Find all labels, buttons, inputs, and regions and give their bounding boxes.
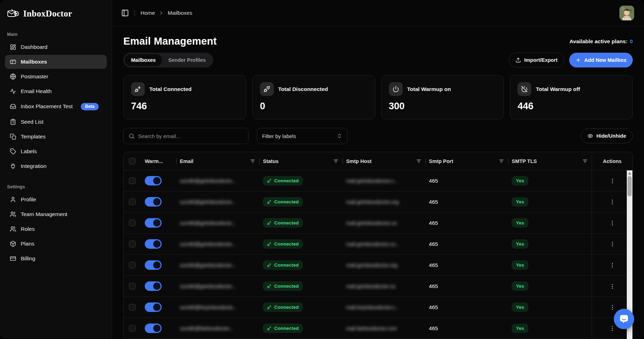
- copy-icon: [10, 133, 16, 140]
- tls-text: Yes: [516, 241, 524, 247]
- sidebar-item-label: Plans: [21, 241, 34, 247]
- table-row: sumith@heyinboxdocto... Connected mail.h…: [124, 297, 632, 318]
- sidebar-item-plans[interactable]: Plans: [5, 237, 107, 251]
- user-avatar[interactable]: [619, 6, 634, 20]
- tls-badge: Yes: [512, 302, 528, 312]
- row-checkbox[interactable]: [129, 241, 136, 247]
- sidebar-item-postmaster[interactable]: Postmaster: [5, 70, 107, 84]
- user-icon: [10, 196, 16, 203]
- nav-section-main: Main: [0, 22, 112, 40]
- row-checkbox[interactable]: [129, 198, 136, 205]
- row-checkbox[interactable]: [129, 325, 136, 332]
- row-actions-kebab-icon[interactable]: [609, 241, 616, 247]
- sidebar-item-dashboard[interactable]: Dashboard: [5, 40, 107, 54]
- sidebar-item-billing[interactable]: Billing: [5, 252, 107, 266]
- column-header-warmup: Warm...: [145, 158, 163, 164]
- sidebar-item-labels[interactable]: Labels: [5, 144, 107, 158]
- warmup-toggle[interactable]: [145, 239, 162, 249]
- smtp-host-value: mail.getinboxdoctor.us: [346, 220, 397, 226]
- sidebar-item-email-health[interactable]: Email Health: [5, 84, 107, 98]
- email-value: sumith@heyinboxdocto...: [180, 305, 237, 310]
- plug-zap-icon: [267, 284, 272, 288]
- hide-unhide-button[interactable]: Hide/Unhide: [581, 129, 633, 143]
- stat-card-total-warmup-off: Total Warmup off 446: [510, 75, 633, 119]
- search-input[interactable]: [138, 133, 243, 139]
- tab-mailboxes[interactable]: Mailboxes: [125, 54, 162, 66]
- row-checkbox[interactable]: [129, 283, 136, 289]
- smtp-host-value: mail.getinboxdoctor.c...: [346, 178, 398, 184]
- add-new-mailbox-button[interactable]: Add New Mailbox: [569, 53, 633, 67]
- smtp-port-value: 465: [429, 178, 438, 184]
- row-actions-kebab-icon[interactable]: [609, 262, 616, 268]
- row-actions-kebab-icon[interactable]: [609, 220, 616, 226]
- row-actions-kebab-icon[interactable]: [609, 325, 616, 332]
- stat-value: 746: [131, 101, 239, 112]
- filter-icon[interactable]: [333, 158, 339, 164]
- warmup-toggle[interactable]: [145, 176, 162, 185]
- row-checkbox[interactable]: [129, 262, 136, 268]
- chat-widget-button[interactable]: [614, 309, 634, 329]
- status-text: Connected: [274, 283, 299, 289]
- column-header-smtp-port: Smtp Port: [429, 158, 453, 164]
- warmup-toggle[interactable]: [145, 302, 162, 312]
- row-actions-kebab-icon[interactable]: [609, 304, 616, 311]
- stat-label: Total Disconnected: [278, 86, 328, 92]
- tls-text: Yes: [516, 220, 524, 226]
- chat-bubble-icon: [619, 314, 629, 324]
- row-checkbox[interactable]: [129, 304, 136, 311]
- status-text: Connected: [274, 305, 299, 310]
- sidebar-item-roles[interactable]: Roles: [5, 222, 107, 236]
- row-actions-kebab-icon[interactable]: [609, 178, 616, 184]
- import-export-button[interactable]: Import/Export: [509, 53, 564, 67]
- warmup-toggle[interactable]: [145, 218, 162, 228]
- row-actions-kebab-icon[interactable]: [609, 199, 616, 205]
- row-actions-kebab-icon[interactable]: [609, 283, 616, 289]
- filter-by-labels-value: Filter by labels: [262, 133, 296, 139]
- warmup-toggle[interactable]: [145, 324, 162, 333]
- filter-icon[interactable]: [416, 158, 422, 164]
- filter-icon[interactable]: [582, 158, 588, 164]
- sidebar-item-inbox-placement-test[interactable]: Inbox Placement Test Beta: [5, 99, 107, 114]
- table-row: sumith@goinboxdoctor... Connected mail.g…: [124, 234, 632, 255]
- upload-icon: [515, 57, 521, 63]
- add-new-mailbox-label: Add New Mailbox: [584, 57, 626, 63]
- smtp-host-value: mail.goinboxdoctor.co...: [346, 241, 399, 247]
- filter-by-labels-select[interactable]: Filter by labels: [257, 128, 347, 144]
- scrollbar-thumb[interactable]: [627, 176, 632, 196]
- tab-sender-profiles[interactable]: Sender Profiles: [162, 54, 212, 66]
- sidebar-item-team-management[interactable]: Team Management: [5, 207, 107, 221]
- scrollbar-up-arrow[interactable]: [628, 172, 631, 175]
- stat-card-total-connected: Total Connected 746: [123, 75, 246, 119]
- inbox-icon: [10, 103, 16, 110]
- status-text: Connected: [274, 326, 299, 331]
- warmup-toggle[interactable]: [145, 260, 162, 270]
- tls-text: Yes: [516, 262, 524, 268]
- sidebar-item-mailboxes[interactable]: Mailboxes: [5, 55, 107, 69]
- row-checkbox[interactable]: [129, 220, 136, 226]
- inboxdoctor-logo-icon: [7, 8, 19, 19]
- sidebar-item-label: Roles: [21, 226, 35, 232]
- sidebar-item-seed-list[interactable]: Seed List: [5, 115, 107, 129]
- sidebar-item-templates[interactable]: Templates: [5, 130, 107, 144]
- table-row: sumith@getinboxdocto... Connected mail.g…: [124, 213, 632, 234]
- sidebar-item-profile[interactable]: Profile: [5, 193, 107, 207]
- sidebar-item-integration[interactable]: Integration: [5, 159, 107, 173]
- tls-badge: Yes: [512, 281, 528, 291]
- warmup-toggle[interactable]: [145, 281, 162, 291]
- toggle-knob: [153, 282, 161, 290]
- power-off-icon: [518, 82, 531, 96]
- breadcrumb-home[interactable]: Home: [141, 10, 155, 16]
- warmup-toggle[interactable]: [145, 197, 162, 207]
- filter-icon[interactable]: [249, 158, 256, 164]
- row-checkbox[interactable]: [129, 177, 136, 184]
- sidebar-toggle-icon[interactable]: [121, 9, 129, 17]
- stat-value: 0: [260, 101, 367, 112]
- smtp-host-value: mail.fairboxdoctor.com: [346, 326, 397, 331]
- table-row: sumith@fairboxdoctor... Connected mail.f…: [124, 318, 632, 339]
- filter-icon[interactable]: [498, 158, 505, 164]
- breadcrumb-current[interactable]: Mailboxes: [168, 10, 192, 16]
- brand-logo[interactable]: InboxDoctor: [0, 0, 112, 22]
- select-all-checkbox[interactable]: [129, 158, 136, 164]
- toggle-knob: [153, 325, 161, 332]
- smtp-host-value: mail.goinboxdoctor.org: [346, 262, 397, 268]
